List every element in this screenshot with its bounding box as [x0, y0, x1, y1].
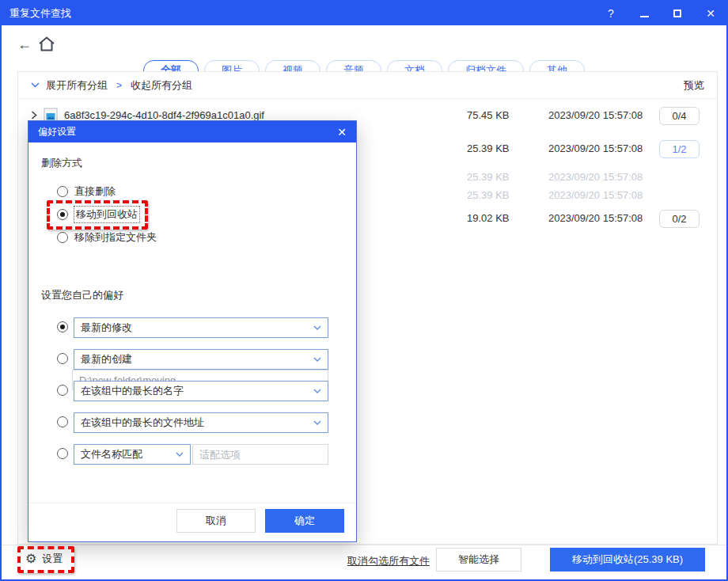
expand-group-icon[interactable] [31, 111, 37, 120]
file-size: 25.39 KB [467, 142, 510, 154]
dropdown-value: 最新的创建 [81, 352, 132, 366]
file-date: 2023/09/20 15:57:08 [548, 212, 643, 224]
radio-option-specified-folder[interactable]: 移除到指定文件夹 [57, 230, 157, 245]
radio-icon[interactable] [57, 448, 68, 459]
cancel-button[interactable]: 取消 [176, 509, 256, 533]
app-window: 重复文件查找 ? ✕ ← 全部 图片 视频 音频 文档 归档文件 其他 展 [0, 0, 728, 581]
maximize-icon[interactable] [671, 7, 684, 20]
chevron-down-icon [31, 82, 40, 88]
uncheck-all-link[interactable]: 取消勾选所有文件 [347, 554, 430, 568]
match-pattern-input[interactable] [192, 444, 328, 465]
dialog-close-icon[interactable]: ✕ [337, 126, 347, 139]
chevron-down-icon [176, 452, 184, 457]
chevron-right-icon: > [116, 80, 122, 91]
preferences-dialog: 偏好设置 ✕ 删除方式 直接删除 移动到回收站 移除到指定文件夹 设置您自己的偏… [28, 120, 357, 542]
dropdown-value: 在该组中的最长的文件地址 [81, 416, 204, 430]
radio-option-recycle-bin[interactable]: 移动到回收站 [57, 207, 139, 222]
radio-icon[interactable] [57, 186, 68, 197]
file-size: 25.39 KB [467, 189, 510, 201]
file-date: 2023/09/20 15:57:08 [548, 142, 643, 154]
preference-dropdown-2[interactable]: 最新的创建 [74, 349, 328, 370]
preference-dropdown-3[interactable]: 在该组中的最长的名字 [74, 381, 328, 401]
chevron-down-icon [313, 325, 321, 330]
preference-dropdown-4[interactable]: 在该组中的最长的文件地址 [74, 412, 328, 433]
dropdown-value: 文件名称匹配 [81, 447, 142, 461]
settings-label: 设置 [42, 552, 63, 566]
group-toolbar: 展开所有分组 > 收起所有分组 预览 [18, 72, 717, 99]
file-date: 2023/09/20 15:57:08 [548, 189, 643, 201]
delete-method-label: 删除方式 [41, 156, 82, 170]
preference-dropdown-name-match[interactable]: 文件名称匹配 [74, 444, 191, 465]
minimize-icon[interactable] [638, 7, 650, 20]
selection-count-badge[interactable]: 1/2 [659, 140, 700, 158]
help-icon[interactable]: ? [605, 7, 617, 20]
settings-button[interactable]: ⚙ 设置 [25, 552, 63, 566]
radio-label[interactable]: 直接删除 [74, 184, 116, 199]
dropdown-value: 最新的修改 [81, 321, 132, 335]
chevron-down-icon [313, 357, 321, 362]
home-icon[interactable] [38, 36, 55, 52]
radio-label[interactable]: 移除到指定文件夹 [74, 230, 157, 245]
radio-option-delete-direct[interactable]: 直接删除 [57, 184, 116, 199]
radio-label[interactable]: 移动到回收站 [74, 207, 139, 222]
expand-all-groups-link[interactable]: 展开所有分组 [46, 78, 108, 93]
file-name: 6a8f3c19-294c-4d10-8df4-2f969a1c01a0.gif [64, 109, 264, 121]
file-date: 2023/09/20 15:57:08 [548, 171, 643, 183]
preview-toggle[interactable]: 预览 [684, 78, 704, 93]
preference-section-label: 设置您自己的偏好 [41, 288, 123, 302]
gear-icon: ⚙ [25, 553, 36, 565]
file-size: 25.39 KB [467, 171, 510, 183]
ok-button[interactable]: 确定 [265, 509, 344, 533]
radio-icon[interactable] [57, 416, 68, 427]
radio-icon[interactable] [57, 232, 68, 243]
radio-icon[interactable] [57, 385, 68, 396]
radio-icon[interactable] [57, 209, 68, 220]
file-size: 75.45 KB [467, 109, 510, 121]
move-to-recycle-bin-button[interactable]: 移动到回收站(25.39 KB) [550, 548, 705, 572]
chevron-down-icon [313, 420, 321, 425]
back-icon[interactable]: ← [17, 36, 32, 53]
preference-dropdown-1[interactable]: 最新的修改 [74, 317, 328, 338]
file-date: 2023/09/20 15:57:08 [548, 109, 643, 121]
dialog-title: 偏好设置 [38, 125, 76, 139]
radio-icon[interactable] [57, 321, 68, 332]
smart-select-button[interactable]: 智能选择 [436, 548, 521, 572]
file-size: 19.02 KB [467, 212, 510, 224]
close-icon[interactable]: ✕ [704, 7, 717, 20]
toolbar: ← 全部 图片 视频 音频 文档 归档文件 其他 [2, 25, 726, 65]
footer-bar: ⚙ 设置 取消勾选所有文件 智能选择 移动到回收站(25.39 KB) [2, 545, 726, 581]
app-title: 重复文件查找 [9, 6, 71, 21]
collapse-all-groups-link[interactable]: 收起所有分组 [131, 78, 192, 93]
title-bar-buttons: ? ✕ [605, 2, 722, 25]
dropdown-value: 在该组中的最长的名字 [81, 384, 184, 398]
chevron-down-icon [313, 389, 321, 393]
selection-count-badge[interactable]: 0/4 [659, 107, 700, 125]
dialog-divider [28, 503, 356, 503]
dialog-header[interactable]: 偏好设置 ✕ [28, 121, 356, 142]
selection-count-badge[interactable]: 0/2 [659, 210, 700, 228]
title-bar: 重复文件查找 ? ✕ [2, 2, 726, 25]
radio-icon[interactable] [57, 353, 68, 364]
